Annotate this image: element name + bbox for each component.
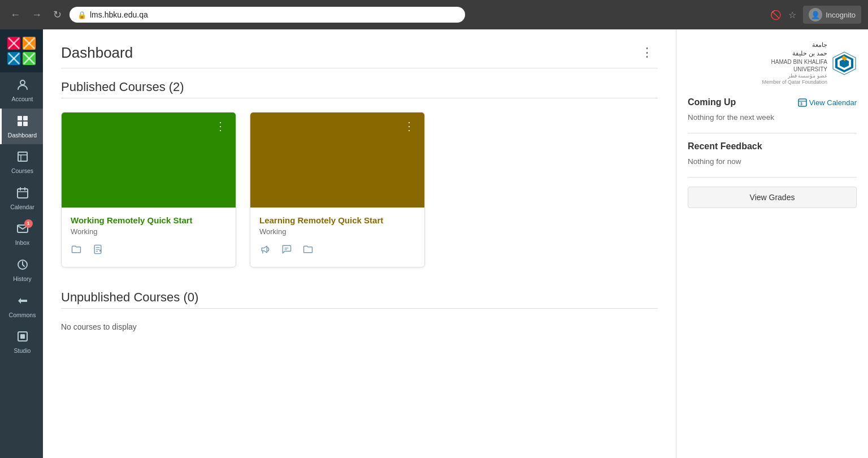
- card-body-2: Learning Remotely Quick Start Working: [250, 208, 424, 267]
- sidebar-item-label-account: Account: [12, 96, 33, 103]
- browser-chrome: ← → ↻ 🔒 lms.hbku.edu.qa 🚫 ☆ 👤 Incognito: [0, 0, 868, 29]
- card-body-1: Working Remotely Quick Start Working: [62, 208, 236, 267]
- star-icon[interactable]: ☆: [788, 10, 796, 20]
- coming-up-section: Coming Up 3 View Calendar Nothing for th…: [688, 97, 857, 122]
- sidebar-item-label-calendar: Calendar: [10, 204, 34, 211]
- card-header-green: ⋮: [62, 113, 236, 208]
- university-logo-area: جامعةحمد بن خليفة HAMAD BIN KHALIFAUNIVE…: [688, 41, 857, 86]
- card-actions-2: [259, 244, 415, 258]
- sidebar-item-label-commons: Commons: [9, 312, 36, 319]
- courses-grid: ⋮ Working Remotely Quick Start Working: [61, 112, 658, 267]
- header-divider: [61, 68, 658, 68]
- course-status-1: Working: [71, 227, 227, 236]
- lock-icon: 🔒: [77, 11, 86, 19]
- recent-feedback-section: Recent Feedback Nothing for now: [688, 141, 857, 166]
- feedback-divider: [688, 177, 857, 178]
- studio-icon: [16, 330, 29, 345]
- course-card-working-remotely[interactable]: ⋮ Working Remotely Quick Start Working: [61, 112, 236, 267]
- browser-toolbar-right: 🚫 ☆ 👤 Incognito: [770, 6, 861, 24]
- university-logo-svg: [832, 51, 857, 76]
- sidebar-item-label-courses: Courses: [11, 167, 33, 175]
- sidebar-item-history[interactable]: History: [0, 252, 43, 288]
- course-status-2: Working: [259, 227, 415, 236]
- no-camera-icon: 🚫: [770, 10, 782, 20]
- view-calendar-link[interactable]: 3 View Calendar: [798, 98, 857, 107]
- account-icon: [16, 78, 29, 93]
- main-content: Dashboard ⋮ Published Courses (2) ⋮ Work…: [43, 29, 676, 458]
- sidebar-logo[interactable]: [0, 29, 43, 72]
- published-section-divider: [61, 98, 658, 98]
- content-area: Dashboard ⋮ Published Courses (2) ⋮ Work…: [43, 29, 868, 458]
- uni-tagline: عضو مؤسسة قطرMember of Qatar Foundation: [762, 73, 827, 86]
- view-grades-button[interactable]: View Grades: [688, 187, 857, 208]
- url-text: lms.hbku.edu.qa: [90, 10, 148, 19]
- card-header-brown: ⋮: [250, 113, 424, 208]
- sidebar-item-dashboard[interactable]: Dashboard: [0, 109, 43, 145]
- recent-feedback-empty-text: Nothing for now: [688, 157, 857, 166]
- chat-icon[interactable]: [281, 244, 292, 258]
- announcement-icon[interactable]: [259, 244, 271, 258]
- card-actions-1: [71, 244, 227, 258]
- courses-icon: [16, 150, 29, 165]
- no-courses-text: No courses to display: [61, 322, 658, 331]
- course-card-learning-remotely[interactable]: ⋮ Learning Remotely Quick Start Working: [250, 112, 425, 267]
- svg-rect-14: [23, 116, 28, 120]
- svg-rect-20: [18, 189, 28, 198]
- coming-up-header: Coming Up 3 View Calendar: [688, 97, 857, 107]
- app-body: Account Dashboard: [0, 29, 868, 458]
- sidebar-item-studio[interactable]: Studio: [0, 324, 43, 360]
- page-title: Dashboard: [61, 44, 133, 62]
- svg-text:3: 3: [800, 102, 802, 106]
- reload-button[interactable]: ↻: [50, 6, 65, 23]
- inbox-icon-wrapper: 1: [16, 222, 29, 237]
- published-courses-title: Published Courses (2): [61, 80, 658, 94]
- sidebar-item-label-history: History: [13, 275, 32, 283]
- edit-icon-1[interactable]: [92, 244, 103, 258]
- sidebar-item-calendar[interactable]: Calendar: [0, 180, 43, 217]
- svg-rect-16: [23, 122, 28, 126]
- incognito-button[interactable]: 👤 Incognito: [803, 6, 861, 24]
- right-sidebar: جامعةحمد بن خليفة HAMAD BIN KHALIFAUNIVE…: [676, 29, 868, 458]
- uni-name-english: HAMAD BIN KHALIFAUNIVERSITY: [762, 58, 827, 73]
- calendar-small-icon: 3: [798, 98, 807, 107]
- view-calendar-label: View Calendar: [809, 98, 857, 107]
- sidebar-item-courses[interactable]: Courses: [0, 144, 43, 180]
- sidebar-item-commons[interactable]: Commons: [0, 288, 43, 325]
- commons-icon: [16, 294, 29, 309]
- course-name-1[interactable]: Working Remotely Quick Start: [71, 215, 227, 225]
- unpublished-section-divider: [61, 308, 658, 309]
- sidebar-item-inbox[interactable]: 1 Inbox: [0, 216, 43, 252]
- sidebar-item-label-inbox: Inbox: [15, 239, 30, 247]
- incognito-label: Incognito: [826, 11, 856, 19]
- card-menu-button-2[interactable]: ⋮: [400, 118, 419, 134]
- sidebar-item-account[interactable]: Account: [0, 72, 43, 109]
- folder-icon-1[interactable]: [71, 244, 82, 258]
- svg-rect-17: [18, 152, 27, 161]
- address-bar[interactable]: 🔒 lms.hbku.edu.qa: [70, 7, 465, 23]
- forward-button[interactable]: →: [28, 7, 45, 23]
- course-name-2[interactable]: Learning Remotely Quick Start: [259, 215, 415, 225]
- coming-up-title: Coming Up: [688, 97, 736, 107]
- calendar-icon: [16, 186, 29, 201]
- page-header: Dashboard ⋮: [61, 43, 658, 62]
- uni-name-arabic: جامعةحمد بن خليفة: [762, 41, 827, 58]
- logo-svg: [7, 37, 36, 65]
- svg-rect-27: [20, 334, 25, 339]
- page-menu-button[interactable]: ⋮: [636, 43, 658, 62]
- university-name-text: جامعةحمد بن خليفة HAMAD BIN KHALIFAUNIVE…: [762, 41, 827, 86]
- card-menu-button-1[interactable]: ⋮: [211, 118, 230, 134]
- history-icon: [16, 258, 29, 273]
- sidebar: Account Dashboard: [0, 29, 43, 458]
- unpublished-courses-title: Unpublished Courses (0): [61, 290, 658, 305]
- back-button[interactable]: ←: [7, 7, 24, 23]
- recent-feedback-title: Recent Feedback: [688, 141, 857, 152]
- coming-up-empty-text: Nothing for the next week: [688, 113, 857, 122]
- folder-icon-2[interactable]: [302, 244, 314, 258]
- coming-up-divider: [688, 133, 857, 133]
- svg-point-12: [20, 80, 25, 85]
- svg-rect-13: [18, 116, 22, 120]
- avatar: 👤: [809, 8, 822, 21]
- svg-rect-15: [18, 122, 22, 126]
- sidebar-item-label-studio: Studio: [14, 347, 31, 355]
- inbox-badge: 1: [24, 219, 33, 228]
